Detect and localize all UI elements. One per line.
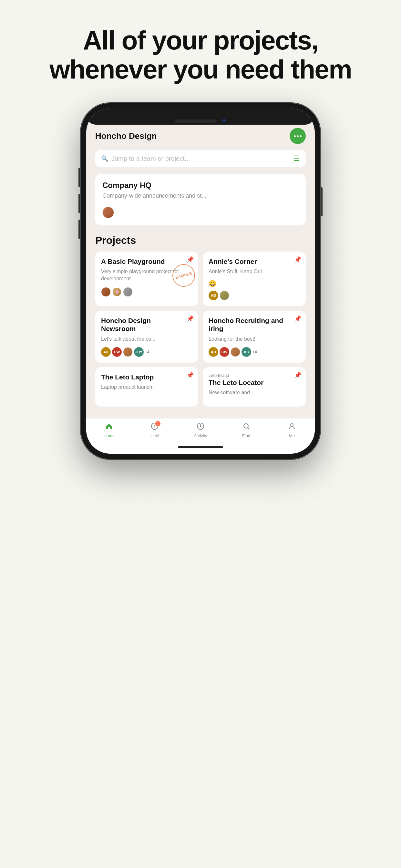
project-card-newsroom[interactable]: 📌 Honcho Design Newsroom Let's talk abou… <box>95 311 198 363</box>
projects-section-title: Projects <box>95 235 306 246</box>
avatar: AB <box>209 290 218 300</box>
project-avatars: AB CW JHY +4 <box>209 347 300 357</box>
phone-inner: 10:40 ⊛ Honc <box>86 108 315 454</box>
svg-text:!: ! <box>154 424 155 429</box>
hero-title: All of your projects, whenever you need … <box>30 26 371 84</box>
avatar <box>102 207 114 218</box>
search-icon: 🔍 <box>101 155 108 162</box>
project-description: New software and... <box>209 389 300 396</box>
project-title: The Leto Locator <box>209 378 300 386</box>
avatar <box>123 347 133 357</box>
project-card-leto-laptop[interactable]: 📌 The Leto Laptop Laptop product launch. <box>95 367 198 407</box>
project-avatars: AB CW JHY +4 <box>101 347 192 357</box>
svg-point-5 <box>290 424 293 426</box>
menu-dot-1 <box>294 135 296 137</box>
avatar: CW <box>112 347 122 357</box>
list-view-icon[interactable]: ☰ <box>294 154 300 163</box>
company-hq-description: Company-wide announcements and st... <box>102 192 299 200</box>
notch-speaker <box>175 120 217 123</box>
avatar: JHY <box>242 347 251 357</box>
app-content: Honcho Design 🔍 Jump to a team or projec… <box>86 128 315 413</box>
home-icon <box>105 423 113 432</box>
avatar-more-count: +4 <box>252 350 257 354</box>
project-card-annies-corner[interactable]: 📌 Annie's Corner Annie's Stuff. Keep Out… <box>203 252 306 306</box>
avatar: 🌸 <box>112 287 122 297</box>
pin-icon: 📌 <box>187 315 194 322</box>
app-title: Honcho Design <box>95 131 157 141</box>
avatar: JHY <box>134 347 144 357</box>
pin-icon: 📌 <box>294 315 301 322</box>
nav-item-hey[interactable]: ! 1 Hey! <box>142 423 167 438</box>
bottom-nav: Home ! 1 Hey! <box>86 418 315 441</box>
company-hq-card[interactable]: Company HQ Company-wide announcements an… <box>95 174 306 225</box>
avatar <box>230 347 240 357</box>
avatar <box>101 287 111 297</box>
pin-icon: 📌 <box>187 256 194 263</box>
nav-item-home[interactable]: Home <box>96 423 122 438</box>
menu-dot-3 <box>300 135 302 137</box>
projects-grid: 📌 A Basic Playground Very simple playgro… <box>95 252 306 407</box>
company-hq-title: Company HQ <box>102 181 299 190</box>
avatar: CW <box>220 347 229 357</box>
project-description: Let's talk about the co... <box>101 336 192 343</box>
phone-shell: 10:40 ⊛ Honc <box>81 103 320 459</box>
nav-item-me[interactable]: Me <box>279 423 305 438</box>
menu-dot-2 <box>297 135 299 137</box>
project-card-recruiting[interactable]: 📌 Honcho Recruiting and iring Looking fo… <box>203 311 306 363</box>
notch <box>86 108 315 125</box>
header-menu-button[interactable] <box>289 128 306 144</box>
nav-label-home: Home <box>103 433 115 438</box>
pin-icon: 📌 <box>294 372 301 379</box>
app-header: Honcho Design <box>95 128 306 144</box>
avatar <box>123 287 133 297</box>
nav-item-activity[interactable]: Activity <box>188 423 213 438</box>
avatar: AB <box>101 347 111 357</box>
project-title: Honcho Recruiting and iring <box>209 316 300 333</box>
nav-label-activity: Activity <box>194 433 207 438</box>
hey-icon: ! 1 <box>151 423 158 432</box>
project-description: Looking for the best! <box>209 336 300 343</box>
project-description: Annie's Stuff. Keep Out. <box>209 268 300 275</box>
project-title: The Leto Laptop <box>101 373 192 381</box>
home-bar <box>178 446 223 448</box>
nav-label-hey: Hey! <box>150 433 159 438</box>
find-icon <box>243 423 250 432</box>
avatar: AB <box>209 347 218 357</box>
nav-label-me: Me <box>289 433 295 438</box>
project-title: Honcho Design Newsroom <box>101 316 192 333</box>
project-card-leto-locator[interactable]: 📌 Leto Brand The Leto Locator New softwa… <box>203 367 306 407</box>
project-emoji: 😄 <box>209 280 300 287</box>
notch-camera <box>222 118 226 123</box>
project-title: Annie's Corner <box>209 257 300 266</box>
pin-icon: 📌 <box>187 372 194 379</box>
sample-watermark: SAMPLE <box>170 261 197 289</box>
project-card-basic-playground[interactable]: 📌 A Basic Playground Very simple playgro… <box>95 252 198 306</box>
svg-line-4 <box>248 428 249 430</box>
nav-label-find: Find <box>242 433 250 438</box>
company-hq-avatars <box>102 207 299 218</box>
avatar <box>220 290 229 300</box>
nav-item-find[interactable]: Find <box>234 423 259 438</box>
project-description: Laptop product launch. <box>101 383 192 391</box>
search-bar[interactable]: 🔍 Jump to a team or project... ☰ <box>95 150 306 167</box>
project-avatars: 🌸 <box>101 287 192 297</box>
search-placeholder: Jump to a team or project... <box>112 155 294 162</box>
project-title: A Basic Playground <box>101 257 192 266</box>
nav-badge-hey: 1 <box>155 421 160 426</box>
page-wrapper: All of your projects, whenever you need … <box>0 0 401 459</box>
home-indicator <box>86 441 315 454</box>
sample-text: SAMPLE <box>175 271 193 280</box>
me-icon <box>288 423 296 432</box>
brand-label: Leto Brand <box>209 373 300 378</box>
activity-icon <box>197 423 204 432</box>
avatar-more-count: +4 <box>145 350 150 354</box>
pin-icon: 📌 <box>294 256 301 263</box>
project-avatars: AB <box>209 290 300 300</box>
